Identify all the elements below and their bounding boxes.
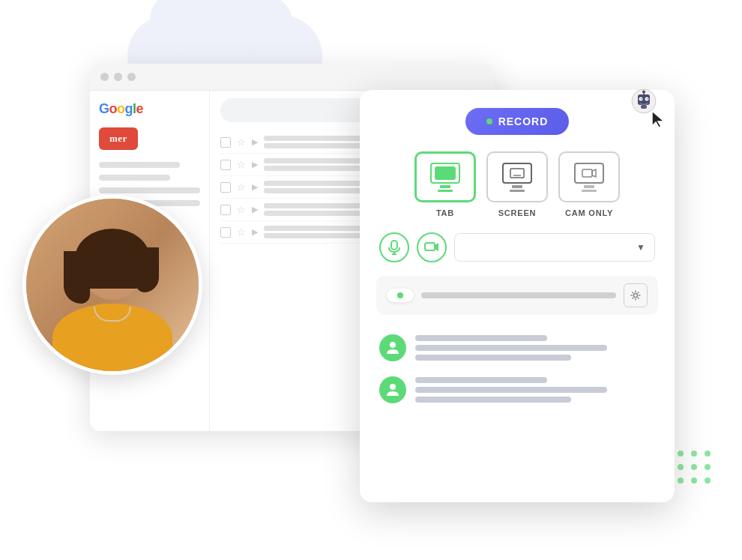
monitor-foot: [510, 190, 525, 192]
svg-marker-21: [652, 111, 664, 127]
svg-marker-3: [592, 169, 596, 177]
tab-bar-section: [376, 276, 658, 315]
screen-monitor-icon: [502, 163, 532, 192]
recording-mode-options: TAB SCREEN: [376, 151, 658, 217]
deco-dot: [705, 451, 711, 457]
mode-screen-label: SCREEN: [498, 208, 537, 217]
mouse-cursor: [652, 111, 667, 133]
mode-tab[interactable]: TAB: [414, 151, 476, 217]
robot-icon-svg: [631, 88, 657, 114]
mode-screen-icon-box[interactable]: [486, 151, 548, 202]
email-checkbox[interactable]: [220, 182, 231, 193]
cam-only-icon-svg: [582, 168, 597, 178]
active-tab-pill[interactable]: [387, 289, 414, 302]
svg-point-16: [641, 98, 642, 100]
gear-icon: [630, 289, 642, 301]
deco-dot: [705, 464, 711, 470]
scene: Google mer ☆ ▶: [0, 0, 742, 560]
deco-dot: [705, 478, 711, 484]
participant-2-detail-2: [415, 397, 571, 403]
necklace: [94, 307, 131, 322]
person-icon-2: [385, 382, 400, 397]
participant-1-detail-1: [415, 345, 607, 351]
svg-rect-20: [641, 105, 647, 109]
email-forward-icon: ▶: [252, 205, 258, 214]
av-controls: ▼: [376, 232, 658, 262]
person-icon-1: [385, 340, 400, 355]
svg-point-19: [642, 91, 645, 94]
email-checkbox[interactable]: [220, 137, 231, 148]
sidebar-nav-line-2: [99, 175, 170, 181]
record-dot-icon: [486, 118, 492, 124]
participant-row-2: [376, 369, 658, 411]
camera-icon: [424, 241, 439, 253]
monitor-base: [512, 185, 522, 188]
email-forward-icon: ▶: [252, 227, 258, 237]
cursor-icon: [652, 111, 667, 129]
monitor-foot: [438, 190, 453, 192]
deco-dot: [691, 451, 697, 457]
email-forward-icon: ▶: [252, 182, 258, 192]
microphone-button[interactable]: [379, 232, 409, 262]
deco-dot: [678, 451, 684, 457]
cam-only-monitor-icon: [574, 163, 604, 192]
svg-rect-7: [425, 243, 435, 250]
email-star-icon[interactable]: ☆: [237, 181, 246, 193]
participant-row-1: [376, 327, 658, 369]
google-logo: Google: [99, 101, 200, 117]
email-star-icon[interactable]: ☆: [237, 204, 246, 215]
record-button-label: RECORD: [498, 115, 549, 127]
email-star-icon[interactable]: ☆: [237, 159, 246, 170]
google-logo-e: e: [136, 101, 144, 116]
participant-2-info: [415, 377, 655, 403]
participant-1-info: [415, 335, 655, 361]
monitor-screen: [502, 163, 532, 184]
deco-dot: [678, 478, 684, 484]
mode-cam-only-label: CAM ONLY: [565, 208, 613, 217]
gmail-compose-button[interactable]: mer: [99, 127, 138, 150]
google-logo-g: G: [99, 101, 109, 116]
google-logo-o2: o: [117, 101, 125, 116]
svg-rect-2: [582, 169, 592, 177]
robot-mascot: [631, 88, 657, 114]
mode-cam-only[interactable]: CAM ONLY: [558, 151, 620, 217]
monitor-base: [440, 185, 450, 188]
sidebar-nav-line-1: [99, 162, 180, 168]
participant-1-detail-2: [415, 355, 571, 361]
camera-button[interactable]: [417, 232, 447, 262]
mode-tab-icon-box[interactable]: [414, 151, 476, 202]
tab-active-dot: [397, 292, 403, 298]
monitor-foot: [582, 190, 597, 192]
email-checkbox[interactable]: [220, 205, 231, 215]
recording-panel: RECORD TAB: [360, 90, 675, 502]
microphone-icon: [388, 240, 400, 255]
email-forward-icon: ▶: [252, 137, 258, 147]
svg-point-11: [390, 384, 396, 390]
mode-screen[interactable]: SCREEN: [486, 151, 548, 217]
user-photo: [26, 199, 199, 371]
browser-dot-2: [114, 73, 122, 81]
monitor-screen: [430, 163, 460, 184]
record-button[interactable]: RECORD: [465, 108, 570, 135]
svg-point-9: [634, 294, 638, 298]
mode-tab-label: TAB: [436, 208, 454, 217]
tab-monitor-icon: [430, 163, 460, 192]
camera-select-dropdown[interactable]: ▼: [454, 233, 655, 262]
monitor-base: [584, 185, 594, 188]
participant-1-avatar: [379, 334, 406, 361]
email-checkbox[interactable]: [220, 227, 231, 238]
email-star-icon[interactable]: ☆: [237, 136, 246, 148]
screen-icon-svg: [510, 168, 525, 178]
google-logo-g2: g: [125, 101, 133, 116]
participant-2-avatar: [379, 376, 406, 403]
email-star-icon[interactable]: ☆: [237, 226, 246, 238]
email-checkbox[interactable]: [220, 160, 231, 170]
mode-cam-only-icon-box[interactable]: [558, 151, 620, 202]
svg-point-10: [390, 342, 396, 348]
settings-gear-button[interactable]: [624, 283, 648, 307]
user-photo-circle: [22, 195, 202, 375]
browser-dot-1: [100, 73, 109, 81]
deco-dot: [691, 464, 697, 470]
participant-1-name: [415, 335, 547, 341]
deco-dot: [691, 478, 697, 484]
